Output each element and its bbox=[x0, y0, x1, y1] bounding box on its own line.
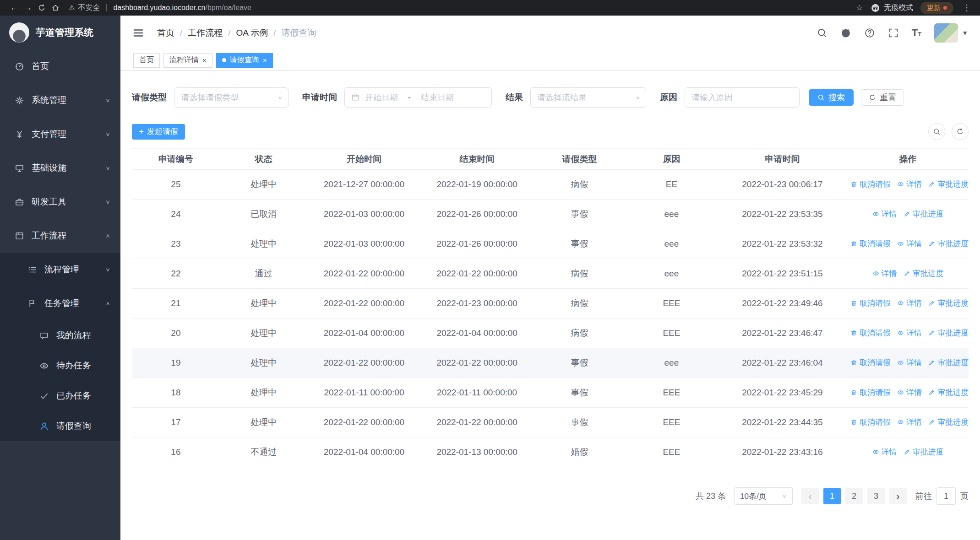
apply-time-label: 申请时间 bbox=[302, 92, 337, 103]
security-warning[interactable]: ⚠ 不安全 bbox=[69, 3, 100, 13]
sidebar-item-task-mgmt[interactable]: 任务管理∧ bbox=[0, 286, 120, 320]
detail-link[interactable]: 详情 bbox=[897, 417, 922, 427]
action-label: 详情 bbox=[882, 209, 897, 219]
cancel-leave-link[interactable]: 取消请假 bbox=[850, 298, 891, 308]
update-button[interactable]: 更新 bbox=[920, 2, 953, 14]
detail-link[interactable]: 详情 bbox=[897, 238, 922, 249]
progress-link[interactable]: 审批进度 bbox=[904, 447, 944, 457]
address-bar[interactable]: ⚠ 不安全 dashboard.yudao.iocoder.cn/bpm/oa/… bbox=[69, 3, 856, 13]
cell-actions: 取消请假详情审批进度 bbox=[847, 378, 969, 408]
page-button-2[interactable]: 2 bbox=[845, 488, 863, 504]
sidebar-item-label: 工作流程 bbox=[32, 230, 66, 242]
cell-start-time: 2022-01-22 00:00:00 bbox=[308, 408, 421, 437]
sidebar-item-system[interactable]: 系统管理∨ bbox=[0, 83, 120, 117]
progress-link[interactable]: 审批进度 bbox=[928, 298, 969, 308]
sidebar-item-done-tasks[interactable]: 已办任务 bbox=[0, 381, 120, 411]
breadcrumb-item[interactable]: OA 示例 bbox=[236, 27, 268, 39]
cancel-leave-link[interactable]: 取消请假 bbox=[850, 387, 891, 398]
refresh-table-icon[interactable] bbox=[952, 123, 969, 140]
progress-link[interactable]: 审批进度 bbox=[904, 268, 944, 279]
detail-link[interactable]: 详情 bbox=[872, 447, 897, 457]
font-size-icon[interactable]: TT bbox=[912, 28, 921, 38]
forward-icon[interactable]: → bbox=[21, 3, 35, 13]
breadcrumb-item[interactable]: 首页 bbox=[157, 27, 174, 39]
cancel-leave-link[interactable]: 取消请假 bbox=[850, 417, 891, 427]
table-row: 17处理中2022-01-22 00:00:002022-01-22 00:00… bbox=[132, 408, 969, 437]
reason-input[interactable] bbox=[685, 87, 800, 108]
progress-link[interactable]: 审批进度 bbox=[904, 209, 944, 219]
cancel-leave-link[interactable]: 取消请假 bbox=[850, 357, 891, 368]
help-icon[interactable] bbox=[864, 27, 875, 38]
progress-link[interactable]: 审批进度 bbox=[928, 238, 969, 249]
result-select[interactable]: 请选择流结果 ∨ bbox=[530, 87, 646, 108]
edit-icon bbox=[904, 211, 910, 217]
progress-link[interactable]: 审批进度 bbox=[928, 387, 969, 398]
close-tab-icon[interactable]: × bbox=[202, 56, 207, 64]
bookmark-star-icon[interactable]: ☆ bbox=[856, 3, 863, 13]
page-button-3[interactable]: 3 bbox=[867, 488, 885, 504]
sidebar-item-my-process[interactable]: 我的流程 bbox=[0, 320, 120, 351]
fullscreen-icon[interactable] bbox=[888, 27, 899, 38]
reload-icon[interactable] bbox=[35, 4, 49, 12]
progress-link[interactable]: 审批进度 bbox=[928, 357, 969, 368]
goto-page-input[interactable] bbox=[936, 487, 956, 505]
cancel-leave-link[interactable]: 取消请假 bbox=[850, 179, 891, 189]
search-button[interactable]: 搜索 bbox=[809, 89, 854, 106]
leave-type-select[interactable]: 请选择请假类型 ∨ bbox=[174, 87, 289, 108]
cell-apply-id: 22 bbox=[132, 259, 220, 289]
cancel-leave-link[interactable]: 取消请假 bbox=[850, 238, 891, 249]
progress-link[interactable]: 审批进度 bbox=[928, 328, 969, 338]
progress-link[interactable]: 审批进度 bbox=[928, 179, 969, 189]
chevron-down-icon: ∨ bbox=[782, 493, 787, 499]
sidebar-item-leave-query[interactable]: 请假查询 bbox=[0, 411, 120, 441]
detail-link[interactable]: 详情 bbox=[897, 387, 922, 398]
tab-流程详情[interactable]: 流程详情× bbox=[163, 53, 212, 68]
sidebar-item-devtools[interactable]: 研发工具∨ bbox=[0, 185, 120, 219]
action-label: 审批进度 bbox=[937, 417, 969, 427]
sidebar-item-label: 请假查询 bbox=[56, 420, 91, 432]
sidebar-item-home[interactable]: 首页 bbox=[0, 49, 120, 83]
detail-link[interactable]: 详情 bbox=[897, 328, 922, 338]
close-tab-icon[interactable]: × bbox=[263, 56, 267, 64]
detail-link[interactable]: 详情 bbox=[872, 209, 897, 219]
tab-请假查询[interactable]: 请假查询× bbox=[216, 53, 273, 68]
hamburger-icon[interactable] bbox=[132, 27, 144, 39]
sidebar-item-infra[interactable]: 基础设施∨ bbox=[0, 151, 120, 185]
action-label: 取消请假 bbox=[860, 417, 891, 427]
cell-leave-type: 事假 bbox=[534, 348, 626, 378]
back-icon[interactable]: ← bbox=[7, 3, 21, 13]
sidebar-item-process-mgmt[interactable]: 流程管理∨ bbox=[0, 253, 120, 286]
sidebar-item-payment[interactable]: 支付管理∨ bbox=[0, 117, 120, 151]
breadcrumb-item[interactable]: 工作流程 bbox=[188, 27, 223, 39]
cell-start-time: 2022-01-04 00:00:00 bbox=[308, 319, 421, 348]
tab-首页[interactable]: 首页 bbox=[133, 53, 160, 68]
action-label: 详情 bbox=[882, 268, 897, 279]
detail-link[interactable]: 详情 bbox=[897, 357, 922, 368]
prev-page-button[interactable]: ‹ bbox=[801, 488, 819, 504]
home-icon[interactable] bbox=[49, 4, 62, 12]
progress-link[interactable]: 审批进度 bbox=[928, 417, 969, 427]
reset-button[interactable]: 重置 bbox=[861, 89, 904, 106]
apply-time-range-picker[interactable]: 开始日期 - 结束日期 bbox=[344, 87, 492, 108]
search-icon[interactable] bbox=[817, 27, 828, 38]
cell-apply-id: 23 bbox=[132, 229, 220, 259]
page-size-select[interactable]: 10条/页 ∨ bbox=[734, 487, 793, 505]
address-separator bbox=[106, 4, 107, 11]
cancel-leave-link[interactable]: 取消请假 bbox=[850, 328, 891, 338]
user-avatar[interactable]: ▼ bbox=[934, 23, 968, 43]
detail-link[interactable]: 详情 bbox=[872, 268, 897, 279]
cell-apply-id: 17 bbox=[132, 408, 220, 437]
sidebar-item-label: 已办任务 bbox=[56, 390, 91, 402]
sidebar-item-workflow[interactable]: 工作流程∧ bbox=[0, 219, 120, 253]
chat-icon bbox=[38, 331, 49, 340]
page-button-1[interactable]: 1 bbox=[823, 488, 841, 504]
toggle-search-icon[interactable] bbox=[928, 123, 945, 140]
detail-link[interactable]: 详情 bbox=[897, 298, 922, 308]
detail-link[interactable]: 详情 bbox=[897, 179, 922, 189]
browser-menu-icon[interactable]: ⋮ bbox=[961, 3, 973, 13]
table-row: 18处理中2022-01-11 00:00:002022-01-11 00:00… bbox=[132, 378, 969, 408]
sidebar-item-todo-tasks[interactable]: 待办任务 bbox=[0, 351, 120, 381]
next-page-button[interactable]: › bbox=[889, 488, 907, 504]
github-icon[interactable] bbox=[840, 27, 851, 38]
create-leave-button[interactable]: + 发起请假 bbox=[132, 124, 185, 140]
